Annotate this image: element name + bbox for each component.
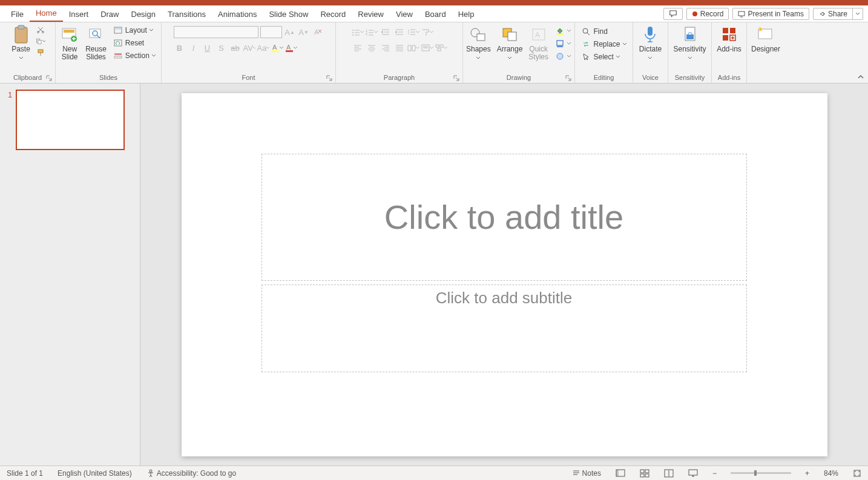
decrease-indent-button[interactable] <box>380 26 392 38</box>
line-spacing-button[interactable] <box>407 26 419 38</box>
decrease-font-button[interactable]: A▼ <box>298 26 310 38</box>
increase-indent-button[interactable] <box>393 26 406 38</box>
slide-thumbnail-1[interactable] <box>16 90 125 150</box>
cut-button[interactable] <box>36 25 45 35</box>
record-button[interactable]: Record <box>686 8 729 20</box>
reset-button[interactable]: Reset <box>111 38 158 48</box>
chevron-down-icon <box>855 12 860 16</box>
find-button[interactable]: Find <box>579 26 609 37</box>
accessibility-status[interactable]: Accessibility: Good to go <box>143 469 239 478</box>
collapse-ribbon-button[interactable] <box>857 73 864 81</box>
zoom-out-button[interactable]: − <box>709 469 720 478</box>
comments-button[interactable] <box>663 8 683 20</box>
arrange-button[interactable]: Arrange <box>495 24 525 62</box>
italic-button[interactable]: I <box>188 42 200 54</box>
shape-effects-button[interactable] <box>553 51 573 62</box>
reading-view-button[interactable] <box>661 469 677 478</box>
paragraph-dialog-launcher[interactable] <box>453 75 459 81</box>
tab-draw[interactable]: Draw <box>94 7 125 22</box>
numbering-button[interactable]: 123 <box>366 26 378 38</box>
tab-view[interactable]: View <box>390 7 419 22</box>
zoom-slider-thumb[interactable] <box>754 470 757 476</box>
tab-home[interactable]: Home <box>30 5 63 22</box>
new-slide-button[interactable]: New Slide <box>58 24 82 62</box>
tab-slideshow[interactable]: Slide Show <box>263 7 314 22</box>
bullets-button[interactable] <box>352 26 364 38</box>
tab-insert[interactable]: Insert <box>63 7 95 22</box>
tab-transitions[interactable]: Transitions <box>162 7 212 22</box>
svg-rect-8 <box>38 50 43 53</box>
sensitivity-label: Sensitivity <box>673 45 706 61</box>
share-button[interactable]: Share <box>813 8 853 20</box>
svg-rect-56 <box>616 470 619 476</box>
clear-formatting-button[interactable]: A <box>312 26 324 38</box>
bold-button[interactable]: B <box>174 42 186 54</box>
language-status[interactable]: English (United States) <box>54 469 135 478</box>
justify-button[interactable] <box>393 42 406 54</box>
record-dot-icon <box>692 11 698 17</box>
shadow-button[interactable]: S <box>215 42 228 54</box>
align-center-button[interactable] <box>366 42 378 54</box>
drawing-dialog-launcher[interactable] <box>565 75 571 81</box>
shape-fill-icon <box>555 26 565 36</box>
subtitle-placeholder[interactable]: Click to add subtitle <box>261 284 747 372</box>
paste-button[interactable]: Paste <box>9 24 33 62</box>
align-right-button[interactable] <box>380 42 392 54</box>
dictate-button[interactable]: Dictate <box>637 24 664 62</box>
svg-rect-49 <box>723 28 728 33</box>
tab-review[interactable]: Review <box>352 7 390 22</box>
addins-button[interactable]: Add-ins <box>714 24 744 54</box>
slide-canvas-area[interactable]: Click to add title Click to add subtitle <box>140 84 868 465</box>
share-dropdown[interactable] <box>853 8 863 20</box>
shape-outline-button[interactable] <box>553 38 573 49</box>
designer-button[interactable]: Designer <box>749 24 783 54</box>
title-placeholder[interactable]: Click to add title <box>261 154 747 281</box>
select-button[interactable]: Select <box>579 51 621 62</box>
character-spacing-button[interactable]: AV <box>243 42 255 54</box>
tab-record[interactable]: Record <box>314 7 352 22</box>
sensitivity-button[interactable]: Sensitivity <box>671 24 708 62</box>
slide-sorter-view-button[interactable] <box>637 469 653 478</box>
text-direction-button[interactable] <box>421 26 433 38</box>
align-left-button[interactable] <box>352 42 364 54</box>
quick-styles-button[interactable]: A Quick Styles <box>526 24 551 62</box>
align-text-button[interactable] <box>421 42 433 54</box>
notes-button[interactable]: Notes <box>569 469 604 478</box>
replace-button[interactable]: Replace <box>579 39 628 50</box>
columns-button[interactable] <box>407 42 419 54</box>
font-color-button[interactable]: A <box>285 42 297 54</box>
font-dialog-launcher[interactable] <box>326 75 332 81</box>
format-painter-button[interactable] <box>36 48 45 58</box>
tab-help[interactable]: Help <box>452 7 481 22</box>
underline-button[interactable]: U <box>202 42 214 54</box>
strikethrough-button[interactable]: ab <box>229 42 242 54</box>
tab-animations[interactable]: Animations <box>212 7 263 22</box>
reuse-slides-button[interactable]: Reuse Slides <box>83 24 109 62</box>
svg-rect-35 <box>477 34 485 41</box>
layout-button[interactable]: Layout <box>111 25 158 36</box>
present-in-teams-button[interactable]: Present in Teams <box>732 8 809 20</box>
zoom-slider[interactable] <box>731 472 791 474</box>
normal-view-button[interactable] <box>613 469 628 478</box>
zoom-in-button[interactable]: + <box>802 469 812 478</box>
increase-font-button[interactable]: A▲ <box>284 26 296 38</box>
clipboard-dialog-launcher[interactable] <box>46 75 52 81</box>
copy-button[interactable] <box>36 36 45 46</box>
tab-design[interactable]: Design <box>125 7 162 22</box>
tab-board[interactable]: Board <box>419 7 452 22</box>
shapes-button[interactable]: Shapes <box>464 24 493 62</box>
font-name-combo[interactable] <box>174 26 258 38</box>
font-size-combo[interactable] <box>260 26 282 38</box>
tab-file[interactable]: File <box>5 7 30 22</box>
zoom-level[interactable]: 84% <box>821 469 841 478</box>
change-case-button[interactable]: Aa <box>257 42 269 54</box>
section-button[interactable]: Section <box>111 50 158 61</box>
fit-to-window-button[interactable] <box>850 469 864 478</box>
svg-rect-60 <box>645 474 649 477</box>
slide-count-status[interactable]: Slide 1 of 1 <box>4 469 46 478</box>
highlight-color-button[interactable]: A <box>271 42 283 54</box>
smartart-button[interactable] <box>435 42 447 54</box>
shape-fill-button[interactable] <box>553 25 573 36</box>
drawing-group-label: Drawing <box>507 74 531 81</box>
slideshow-view-button[interactable] <box>685 469 701 478</box>
